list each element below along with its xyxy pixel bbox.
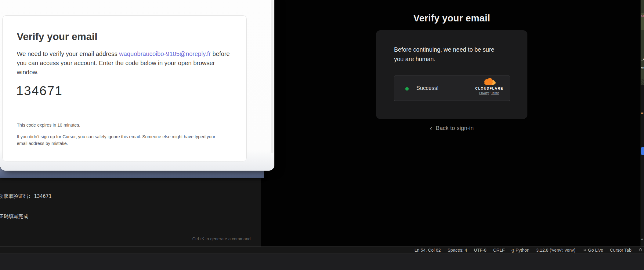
editor-edge-strip: co _w er ^ xyxy=(640,0,644,246)
verification-code: 134671 xyxy=(16,83,63,98)
cloudflare-branding: CLOUDFLARE Privacy • Terms xyxy=(472,78,506,94)
terminal-ctrlk-hint: Ctrl+K to generate a command xyxy=(192,236,251,241)
verify-card: Before continuing, we need to be sure yo… xyxy=(376,30,527,119)
scrollbar-thumb[interactable] xyxy=(641,147,644,155)
scroll-chevron-icon: ^ xyxy=(641,238,643,242)
turnstile-status: Success! xyxy=(416,85,439,91)
privacy-link[interactable]: Privacy xyxy=(479,91,489,94)
turnstile-links: Privacy • Terms xyxy=(479,91,499,94)
success-dot-icon xyxy=(405,87,409,91)
cursor-position-indicator[interactable]: Ln 54, Col 62 xyxy=(414,248,441,253)
email-disclaimer: If you didn’t sign up for Cursor, you ca… xyxy=(17,134,223,147)
cloudflare-turnstile-widget[interactable]: Success! CLOUDFLARE xyxy=(394,76,510,101)
verify-card-message: Before continuing, we need to be sure yo… xyxy=(394,45,501,64)
link-separator: • xyxy=(490,91,490,94)
email-body: We need to verify your email address waq… xyxy=(17,49,235,77)
cloudflare-wordmark: CLOUDFLARE xyxy=(475,87,503,90)
encoding-indicator[interactable]: UTF-8 xyxy=(474,248,487,253)
broadcast-icon xyxy=(582,248,586,252)
editor-hatch-band xyxy=(641,79,644,85)
chevron-left-icon: ‹ xyxy=(430,125,432,131)
terminal-panel[interactable]: 功获取验证码: 134671 证码填写完成 在处理 Turnstile 验证..… xyxy=(0,178,261,246)
terminal-line xyxy=(0,233,64,240)
vscode-status-bar: Ln 54, Col 62 Spaces: 4 UTF-8 CRLF {} Py… xyxy=(0,246,644,253)
notifications-bell-icon[interactable] xyxy=(638,248,643,253)
indentation-indicator[interactable]: Spaces: 4 xyxy=(447,248,467,253)
braces-icon: {} xyxy=(512,248,514,253)
editor-code-band xyxy=(641,70,644,79)
windows-taskbar: ⚙ S xyxy=(0,253,644,270)
desktop-screen: Verify your email Before continuing, we … xyxy=(0,0,644,270)
back-to-signin-label: Back to sign-in xyxy=(436,125,474,131)
language-label: Python xyxy=(516,248,529,253)
code-fragment: co xyxy=(641,14,644,18)
eol-indicator[interactable]: CRLF xyxy=(493,248,505,253)
modified-marker xyxy=(641,113,643,114)
python-interpreter[interactable]: 3.12.8 ('venv': venv) xyxy=(536,248,576,253)
email-body-prefix: We need to verify your email address xyxy=(17,50,119,57)
divider xyxy=(17,109,233,109)
email-scrollbar[interactable] xyxy=(271,0,273,153)
code-expiry-note: This code expires in 10 minutes. xyxy=(17,123,80,128)
terms-link[interactable]: Terms xyxy=(491,91,499,94)
terminal-line: 证码填写完成 xyxy=(0,213,64,220)
editor-code-band xyxy=(641,0,644,13)
email-card: Verify your email We need to verify your… xyxy=(2,15,247,161)
terminal-line: 功获取验证码: 134671 xyxy=(0,193,64,200)
back-to-signin-link[interactable]: ‹ Back to sign-in xyxy=(376,125,527,131)
language-mode[interactable]: {} Python xyxy=(512,248,530,253)
email-window: Verify your email We need to verify your… xyxy=(0,0,274,171)
email-title: Verify your email xyxy=(17,31,97,43)
verify-page-title: Verify your email xyxy=(376,13,527,24)
go-live-button[interactable]: Go Live xyxy=(582,248,603,253)
email-address-link[interactable]: waquobraucoibo-9105@noreply.fr xyxy=(119,50,211,57)
code-fragment: _w xyxy=(641,57,644,61)
cloudflare-cloud-icon xyxy=(483,78,496,86)
go-live-label: Go Live xyxy=(588,248,603,253)
editor-code-band xyxy=(641,30,644,70)
code-fragment: er xyxy=(641,65,644,69)
cursor-tab-toggle[interactable]: Cursor Tab xyxy=(610,248,631,253)
